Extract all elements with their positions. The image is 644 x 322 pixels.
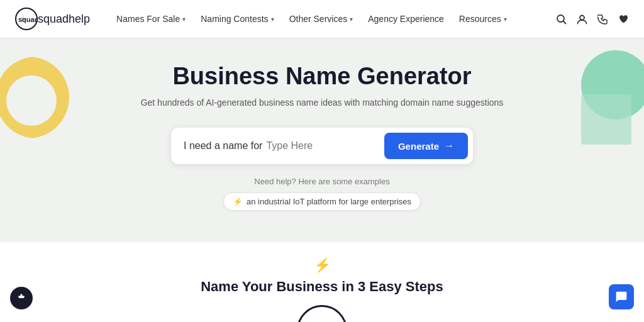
arrow-right-icon: → bbox=[444, 140, 454, 152]
phone-button[interactable] bbox=[597, 14, 608, 25]
help-text: Need help? Here are some examples bbox=[13, 177, 631, 186]
chevron-down-icon: ▾ bbox=[504, 16, 507, 23]
search-box: I need a name for Generate → bbox=[171, 128, 473, 164]
logo[interactable]: squad squadhelp bbox=[15, 8, 90, 30]
generate-button[interactable]: Generate → bbox=[384, 133, 468, 159]
example-chip[interactable]: ⚡ an industrial IoT platform for large e… bbox=[223, 192, 421, 211]
nav-icon-group bbox=[556, 14, 629, 25]
steps-title: Name Your Business in 3 Easy Steps bbox=[13, 279, 631, 295]
nav-other-services[interactable]: Other Services ▾ bbox=[283, 9, 360, 29]
nav-agency-experience[interactable]: Agency Experience bbox=[362, 9, 450, 29]
steps-lightning-icon: ⚡ bbox=[13, 257, 631, 274]
chat-button[interactable] bbox=[609, 284, 634, 309]
navbar: squad squadhelp Names For Sale ▾ Naming … bbox=[0, 0, 644, 38]
hero-subtitle: Get hundreds of AI-generated business na… bbox=[13, 97, 631, 108]
nav-names-for-sale[interactable]: Names For Sale ▾ bbox=[110, 9, 192, 29]
nav-links: Names For Sale ▾ Naming Contests ▾ Other… bbox=[110, 9, 556, 29]
svg-text:squad: squad bbox=[18, 16, 38, 23]
chevron-down-icon: ▾ bbox=[182, 16, 186, 23]
chevron-down-icon: ▾ bbox=[350, 16, 353, 23]
accessibility-button[interactable] bbox=[10, 287, 33, 309]
wishlist-button[interactable] bbox=[618, 14, 629, 25]
svg-point-4 bbox=[580, 15, 584, 19]
nav-resources[interactable]: Resources ▾ bbox=[453, 9, 513, 29]
decorative-arch bbox=[297, 305, 347, 322]
search-button[interactable] bbox=[556, 14, 567, 25]
steps-section: ⚡ Name Your Business in 3 Easy Steps bbox=[0, 242, 644, 322]
user-button[interactable] bbox=[577, 14, 587, 25]
business-name-input[interactable] bbox=[266, 140, 384, 152]
svg-line-3 bbox=[564, 21, 566, 23]
hero-title: Business Name Generator bbox=[13, 63, 631, 90]
logo-text: squadhelp bbox=[38, 13, 90, 26]
chevron-down-icon: ▾ bbox=[271, 16, 274, 23]
nav-naming-contests[interactable]: Naming Contests ▾ bbox=[194, 9, 280, 29]
lightning-icon: ⚡ bbox=[233, 197, 243, 206]
search-prefix: I need a name for bbox=[184, 140, 262, 152]
hero-section: Business Name Generator Get hundreds of … bbox=[0, 38, 644, 242]
